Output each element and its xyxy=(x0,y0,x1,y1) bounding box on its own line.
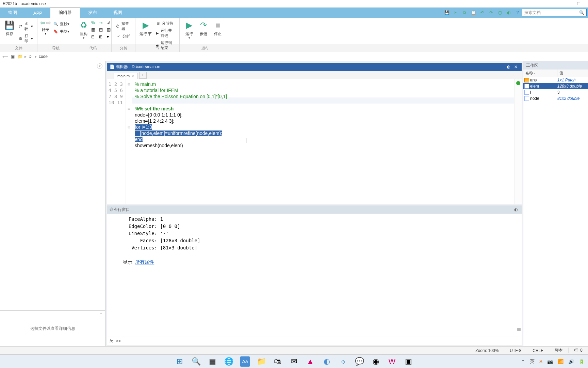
tray-input-icon[interactable]: S xyxy=(539,359,542,364)
undo-icon[interactable]: ↶ xyxy=(478,9,486,16)
tray-ime-icon[interactable]: 英 xyxy=(530,358,535,365)
group-analyze: 分析 xyxy=(112,44,135,52)
code-editor[interactable]: 1 2 3 4 5 6 7 8 9 10 11 ⊟ ⊟ ⊟ % main.m% … xyxy=(107,79,522,204)
search-task-icon[interactable]: 🔍 xyxy=(191,356,201,367)
fold-icon[interactable]: ⊟ xyxy=(91,34,98,40)
ws-var-elem[interactable]: elem128x3 double xyxy=(523,83,588,89)
mail-icon[interactable]: ✉ xyxy=(289,356,299,367)
stop-button[interactable]: ■ 停止 xyxy=(211,19,225,40)
status-eol: CRLF xyxy=(527,348,549,353)
tab-editor[interactable]: 编辑器 xyxy=(50,7,80,18)
analyze-button[interactable]: ✓分析 xyxy=(114,33,132,40)
wps-icon[interactable]: W xyxy=(387,356,397,367)
todo-icon[interactable]: ◐ xyxy=(322,356,332,367)
path-drive[interactable]: D: xyxy=(28,54,33,59)
matlab-icon[interactable]: ▲ xyxy=(305,356,315,367)
back-icon[interactable]: ⇦ xyxy=(40,19,45,27)
tab-icon[interactable]: ⇥ xyxy=(99,20,106,26)
file-tab-main[interactable]: main.m × xyxy=(114,73,138,79)
tab-view[interactable]: 视图 xyxy=(105,7,130,18)
tray-camera-icon[interactable]: 📷 xyxy=(547,359,553,364)
panel-menu-icon[interactable]: ▾ xyxy=(97,63,102,69)
tab-app[interactable]: APP xyxy=(25,9,50,18)
dict-icon[interactable]: Aa xyxy=(240,356,250,367)
workspace-table: 名称▴ 值 ans1x1 Patchelem128x3 doublei3node… xyxy=(523,70,588,346)
layout-icon[interactable]: ▢ xyxy=(496,9,504,16)
tab-publish[interactable]: 发布 xyxy=(80,7,105,18)
details-panel: ⌃ 选择文件以查看详细信息 xyxy=(0,310,105,346)
command-window-header: 命令行窗口 ◐ xyxy=(107,205,522,214)
ws-col-value[interactable]: 值 xyxy=(557,70,565,77)
details-text: 选择文件以查看详细信息 xyxy=(30,326,75,332)
group-code: 代码 xyxy=(74,44,112,52)
wechat-icon[interactable]: 💬 xyxy=(354,356,364,367)
group-run: 运行 xyxy=(180,44,231,52)
collapse-icon[interactable]: ⌃ xyxy=(100,312,102,316)
expand-icon[interactable]: ⊞ xyxy=(99,34,106,40)
status-zoom[interactable]: Zoom: 100% xyxy=(470,348,504,353)
obs-icon[interactable]: ◉ xyxy=(371,356,381,367)
taskview-icon[interactable]: ▤ xyxy=(207,356,217,367)
search-doc-input[interactable]: 搜索文档 🔍 xyxy=(522,9,587,16)
profiler-button[interactable]: ⏱探查器 xyxy=(114,20,132,32)
save-quick-icon[interactable]: 💾 xyxy=(443,9,451,16)
maximize-button[interactable]: ☐ xyxy=(572,1,585,6)
goto-button[interactable]: 转至▾ xyxy=(42,27,49,35)
explorer-icon[interactable]: 📁 xyxy=(256,356,266,367)
minimize-button[interactable]: — xyxy=(558,1,572,6)
status-line: 行 8 xyxy=(569,348,588,353)
tray-volume-icon[interactable]: 🔊 xyxy=(568,359,574,364)
print-button[interactable]: 🖶打印 ▾ xyxy=(17,33,34,44)
extra-icon[interactable]: ▣ xyxy=(403,356,413,367)
section-break-button[interactable]: ⊟分节符 xyxy=(154,20,177,27)
chrome-icon[interactable]: 🌐 xyxy=(224,356,234,367)
command-prompt[interactable]: fx >> xyxy=(107,337,522,345)
dock-icon[interactable]: ◐ xyxy=(505,64,511,70)
step-button[interactable]: ↷ 步进 xyxy=(197,19,210,40)
store-icon[interactable]: 🛍 xyxy=(273,356,283,367)
decrease-icon[interactable]: ▤ xyxy=(99,27,106,33)
copy-icon[interactable]: ⧉ xyxy=(461,9,468,16)
indent-icon[interactable]: % xyxy=(91,20,98,26)
play-icon: ▶ xyxy=(184,20,195,31)
run-button[interactable]: ▶ 运行▾ xyxy=(182,19,196,40)
search-icon: 🔍 xyxy=(579,10,584,15)
save-button[interactable]: 💾 保存 xyxy=(3,19,16,44)
group-nav: 导航 xyxy=(37,44,74,52)
cmd-menu-icon[interactable]: ◐ xyxy=(513,206,519,213)
find-button[interactable]: 🔍查找 ▾ xyxy=(52,20,71,27)
fwd-icon[interactable]: ⇨ xyxy=(46,19,51,27)
increase-icon[interactable]: ▦ xyxy=(91,27,98,33)
path-folder[interactable]: code xyxy=(38,54,48,59)
ws-var-i[interactable]: i3 xyxy=(523,89,588,95)
folder-icon[interactable]: 📁 xyxy=(17,53,23,60)
ws-col-name[interactable]: 名称▴ xyxy=(523,70,557,77)
vscode-icon[interactable]: ⟐ xyxy=(338,356,348,367)
tab-plot[interactable]: 绘图 xyxy=(0,7,25,18)
tray-wifi-icon[interactable]: 📶 xyxy=(558,359,564,364)
ws-var-ans[interactable]: ans1x1 Patch xyxy=(523,77,588,83)
redo-icon[interactable]: ↷ xyxy=(487,9,495,16)
prefs-icon[interactable]: ◐ xyxy=(505,9,512,16)
up-icon[interactable]: ▣ xyxy=(10,53,16,60)
toolstrip-tabs: 绘图 APP 编辑器 发布 视图 💾 ✂ ⧉ 📋 ↶ ↷ ▢ ◐ ? 搜索文档 … xyxy=(0,7,588,18)
refactor-button[interactable]: ♻ 重构▾ xyxy=(77,19,91,40)
group-section: 节 xyxy=(135,44,180,52)
close-editor-icon[interactable]: ✕ xyxy=(513,64,519,70)
cut-icon[interactable]: ✂ xyxy=(452,9,459,16)
run-advance-button[interactable]: ▶运行并前进 xyxy=(154,27,177,39)
tray-battery-icon[interactable]: 🔋 xyxy=(579,359,585,364)
compare-button[interactable]: ⇄比较 ▾ xyxy=(17,20,34,32)
help-icon[interactable]: ? xyxy=(514,9,521,16)
paste-icon[interactable]: 📋 xyxy=(470,9,477,16)
back-nav-icon[interactable]: ⟵ xyxy=(2,53,8,60)
ws-var-node[interactable]: node81x2 double xyxy=(523,95,588,102)
new-tab-button[interactable]: + xyxy=(139,72,147,79)
step-icon: ↷ xyxy=(198,20,209,31)
workspace-header: 工作区 xyxy=(523,61,588,70)
tray-up-icon[interactable]: ⌃ xyxy=(521,359,525,364)
bookmark-button[interactable]: 🔖书签 ▾ xyxy=(52,28,71,35)
close-tab-icon[interactable]: × xyxy=(132,74,134,78)
start-icon[interactable]: ⊞ xyxy=(175,356,185,367)
command-output[interactable]: FaceAlpha: 1 EdgeColor: [0 0 0] LineStyl… xyxy=(107,214,522,337)
